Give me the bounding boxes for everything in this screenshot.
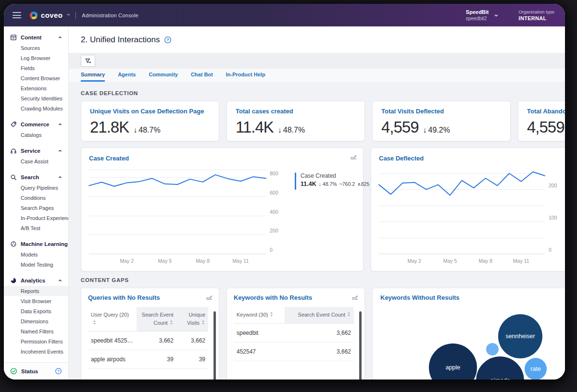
coveo-logo[interactable]: coveo ™ [30, 11, 70, 19]
sort-icon[interactable] [201, 319, 205, 328]
product-label: Administration Console [82, 12, 138, 18]
sidebar-item-conditions[interactable]: Conditions [4, 193, 68, 203]
sidebar-item-sources[interactable]: Sources [4, 43, 68, 53]
chevron-up-icon[interactable] [58, 35, 63, 40]
sidebar-item-in-product-experiences[interactable]: In-Product Experiences [4, 213, 68, 223]
table-cell: 3,662 [176, 331, 208, 350]
column-header-unique-visits[interactable]: Unique Visits [176, 307, 208, 331]
metric-value: 21.8K [90, 118, 129, 136]
status-label: Status [21, 368, 51, 374]
menu-icon[interactable] [13, 12, 21, 18]
sidebar-section-header-service[interactable]: Service [4, 146, 68, 156]
edit-widget-icon[interactable] [206, 294, 213, 300]
metric-card-unique-visits-on-case-deflection-page: Unique Visits on Case Deflection Page21.… [81, 101, 219, 141]
sidebar-section-header-commerce[interactable]: Commerce [4, 119, 68, 130]
sidebar-section-header-content[interactable]: Content [4, 32, 68, 43]
sidebar-section-header-analytics[interactable]: Analytics [4, 275, 68, 286]
column-header-keyword-30[interactable]: Keyword (30) [234, 307, 285, 323]
sort-icon[interactable] [269, 311, 274, 319]
machine-learning-icon [10, 241, 17, 247]
sidebar-item-a-b-test[interactable]: A/B Test [4, 223, 68, 233]
sidebar-item-data-exports[interactable]: Data Exports [4, 306, 68, 316]
chevron-up-icon[interactable] [58, 122, 63, 127]
bubble-label: apple [446, 364, 461, 371]
table-row[interactable]: speedbit 4525…3,6623,662 [88, 331, 208, 350]
table-scrollbar[interactable] [359, 311, 362, 380]
x-axis-tick-label: May 2 [120, 258, 134, 264]
edit-widget-icon[interactable] [350, 153, 357, 159]
x-axis-line [89, 254, 266, 254]
x-axis-tick-label: May 8 [196, 258, 210, 264]
commerce-icon [10, 121, 17, 128]
metric-title: Total cases created [236, 108, 356, 115]
sort-icon[interactable] [347, 311, 351, 319]
chart-legend[interactable]: Case Created11.4K↓ 48.7%~760.2∧825 [295, 170, 372, 254]
tab-agents[interactable]: Agents [118, 72, 136, 82]
sidebar-section-label: Content [21, 35, 58, 40]
sidebar-item-visit-browser[interactable]: Visit Browser [4, 296, 68, 306]
tab-summary[interactable]: Summary [81, 72, 105, 82]
sidebar-item-named-filters[interactable]: Named Filters [4, 326, 68, 336]
column-header-user-query-20[interactable]: User Query (20) [88, 307, 137, 331]
content-gaps-row: Queries with No ResultsUser Query (20)Se… [81, 288, 565, 380]
status-bar[interactable]: Status ? [4, 362, 68, 380]
sidebar-item-content-browser[interactable]: Content Browser [4, 73, 68, 83]
keyword-bubble[interactable] [486, 343, 499, 355]
sort-icon[interactable] [169, 319, 174, 328]
edit-widget-icon[interactable] [351, 294, 358, 300]
sidebar-item-model-testing[interactable]: Model Testing [4, 259, 68, 270]
y-axis-tick-label: 600 [270, 190, 278, 196]
keyword-bubble-airpods[interactable]: airpods [476, 356, 524, 380]
sort-icon[interactable] [92, 319, 97, 328]
sidebar-item-crawling-modules[interactable]: Crawling Modules [4, 103, 68, 113]
tab-community[interactable]: Community [149, 72, 178, 82]
table-row[interactable]: apple airpods3939 [88, 350, 208, 369]
table-scrollbar[interactable] [213, 311, 216, 380]
sidebar-item-models[interactable]: Models [4, 249, 68, 259]
sidebar-section-header-machine-learning[interactable]: Machine Learning [4, 239, 68, 249]
keyword-bubble-rate[interactable]: rate [525, 358, 547, 380]
y-axis-tick-label: 0 [270, 247, 273, 253]
x-axis-tick-label: May 2 [408, 258, 422, 264]
sidebar-item-fields[interactable]: Fields [4, 63, 68, 73]
sidebar-item-dimensions[interactable]: Dimensions [4, 316, 68, 326]
trend-down-arrow-icon: ↓ [133, 126, 137, 135]
sidebar-item-reports[interactable]: Reports [4, 286, 68, 296]
keyword-bubble-apple[interactable]: apple [429, 343, 477, 380]
sidebar-item-incoherent-events[interactable]: Incoherent Events [4, 346, 68, 356]
tab-chat-bot[interactable]: Chat Bot [191, 72, 213, 82]
keyword-bubble-sennheiser[interactable]: sennheiser [498, 314, 542, 358]
sidebar-section-search: SearchQuery PipelinesConditionsSearch Pa… [4, 172, 68, 233]
sidebar-section-service: ServiceCase Assist [4, 146, 68, 166]
sidebar-item-search-pages[interactable]: Search Pages [4, 203, 68, 213]
sidebar-item-query-pipelines[interactable]: Query Pipelines [4, 183, 68, 193]
table-cell: 39 [176, 350, 208, 369]
metric-value-row: 21.8K↓48.7% [90, 118, 210, 136]
coveo-logo-icon [30, 12, 38, 19]
page-help-icon[interactable]: ? [164, 36, 172, 44]
column-header-search-event-count[interactable]: Search Event Count [285, 307, 354, 323]
chevron-up-icon[interactable] [58, 175, 63, 180]
table-header-row: Keyword (30)Search Event Count [234, 307, 354, 323]
metric-value: 4,559 [527, 118, 564, 136]
chevron-up-icon[interactable] [68, 242, 68, 246]
chevron-up-icon[interactable] [58, 148, 63, 153]
column-header-search-event-count[interactable]: Search Event Count [137, 307, 176, 331]
sidebar-item-security-identities[interactable]: Security Identities [4, 93, 68, 103]
sidebar-item-log-browser[interactable]: Log Browser [4, 53, 68, 63]
org-switcher[interactable]: SpeedBit speedbit2 [466, 9, 499, 21]
sidebar-item-catalogs[interactable]: Catalogs [4, 130, 68, 140]
sidebar-item-extensions[interactable]: Extensions [4, 83, 68, 93]
chart-title: Case Deflected [379, 155, 565, 162]
chevron-up-icon[interactable] [58, 278, 63, 283]
table-row[interactable]: 4525473,662 [234, 342, 354, 361]
sidebar-item-case-assist[interactable]: Case Assist [4, 156, 68, 166]
status-help-icon[interactable]: ? [55, 368, 62, 375]
org-id: speedbit2 [466, 16, 489, 21]
add-filter-button[interactable] [81, 55, 95, 67]
metric-delta: 48.7% [138, 126, 160, 135]
sidebar-item-permission-filters[interactable]: Permission Filters [4, 336, 68, 346]
table-row[interactable]: speedbit3,662 [234, 323, 354, 342]
sidebar-section-header-search[interactable]: Search [4, 172, 68, 183]
tab-in-product-help[interactable]: In-Product Help [226, 72, 265, 82]
